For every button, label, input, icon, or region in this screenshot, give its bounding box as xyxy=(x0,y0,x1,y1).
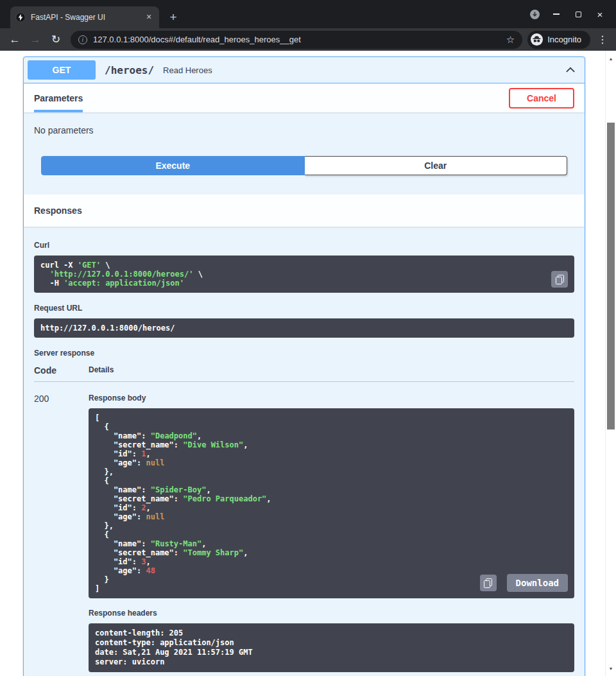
copy-curl-button[interactable] xyxy=(551,271,568,288)
incognito-label: Incognito xyxy=(547,35,581,44)
responses-header: Responses xyxy=(24,195,585,227)
bookmark-star-icon[interactable]: ☆ xyxy=(506,34,515,46)
response-row: 200 Response body [ { "name": "Deadpond"… xyxy=(34,382,574,672)
details-column-header: Details xyxy=(89,365,114,376)
scrollbar-thumb[interactable] xyxy=(607,123,615,429)
copy-response-button[interactable] xyxy=(480,575,497,591)
request-url-block: http://127.0.0.1:8000/heroes/ xyxy=(34,318,574,338)
close-window-icon[interactable]: × xyxy=(589,3,611,25)
browser-navbar: ← → ↻ i 127.0.0.1:8000/docs#/default/rea… xyxy=(0,28,616,51)
scroll-down-icon[interactable]: ▼ xyxy=(606,664,616,673)
method-badge: GET xyxy=(28,60,96,80)
parameters-header: Parameters Cancel xyxy=(24,83,585,112)
reload-button[interactable]: ↻ xyxy=(46,31,65,49)
server-response-label: Server response xyxy=(34,349,574,358)
page-info-icon[interactable]: i xyxy=(78,35,87,44)
browser-tab[interactable]: FastAPI - Swagger UI × xyxy=(10,6,159,28)
scroll-up-icon[interactable]: ▲ xyxy=(606,55,616,64)
cancel-button[interactable]: Cancel xyxy=(509,88,574,108)
parameters-title: Parameters xyxy=(34,83,83,112)
back-button[interactable]: ← xyxy=(5,31,24,49)
page-scrollbar[interactable]: ▲ ▼ xyxy=(605,51,616,676)
tab-close-icon[interactable]: × xyxy=(144,12,154,22)
responses-body: Curl curl -X 'GET' \ 'http://127.0.0.1:8… xyxy=(24,227,585,676)
response-body-block: [ { "name": "Deadpond", "secret_name": "… xyxy=(89,408,574,598)
minimize-button[interactable] xyxy=(545,3,567,25)
opblock-summary-header[interactable]: GET /heroes/ Read Heroes xyxy=(24,57,585,83)
curl-label: Curl xyxy=(34,241,574,250)
response-table-header: Code Details xyxy=(34,365,574,382)
response-headers-label: Response headers xyxy=(89,609,574,618)
response-headers-block: content-length: 205content-type: applica… xyxy=(89,623,574,672)
browser-tabstrip: FastAPI - Swagger UI × + × xyxy=(0,0,616,28)
response-body-actions: Download xyxy=(480,574,568,592)
new-tab-button[interactable]: + xyxy=(164,8,182,26)
download-button[interactable]: Download xyxy=(507,574,568,592)
collapse-chevron-icon[interactable] xyxy=(565,65,576,75)
forward-button[interactable]: → xyxy=(26,31,45,49)
fastapi-favicon-icon xyxy=(15,12,26,22)
execute-button[interactable]: Execute xyxy=(41,156,305,175)
browser-menu-icon[interactable]: ⋮ xyxy=(594,33,611,46)
maximize-button[interactable] xyxy=(567,3,589,25)
request-url-value: http://127.0.0.1:8000/heroes/ xyxy=(40,324,175,333)
window-controls: × xyxy=(524,0,616,28)
browser-window: FastAPI - Swagger UI × + × ← → ↻ i 127.0… xyxy=(0,0,616,676)
tab-title: FastAPI - Swagger UI xyxy=(31,13,139,22)
status-code: 200 xyxy=(34,394,89,672)
url-text: 127.0.0.1:8000/docs#/default/read_heroes… xyxy=(93,35,501,44)
incognito-icon xyxy=(531,33,543,46)
endpoint-summary: Read Heroes xyxy=(163,65,565,75)
parameters-body: No parameters xyxy=(24,112,585,156)
endpoint-path: /heroes/ xyxy=(105,64,154,76)
code-column-header: Code xyxy=(34,365,89,376)
opblock-get-heroes: GET /heroes/ Read Heroes Parameters Canc… xyxy=(23,56,585,676)
curl-command-block: curl -X 'GET' \ 'http://127.0.0.1:8000/h… xyxy=(34,256,574,293)
browser-update-icon[interactable] xyxy=(524,3,545,25)
request-url-label: Request URL xyxy=(34,304,574,313)
url-bar[interactable]: i 127.0.0.1:8000/docs#/default/read_hero… xyxy=(71,31,522,49)
execute-wrapper: Execute Clear xyxy=(24,156,585,189)
incognito-badge: Incognito xyxy=(527,31,590,49)
response-details-cell: Response body [ { "name": "Deadpond", "s… xyxy=(89,394,574,672)
response-body-label: Response body xyxy=(89,394,574,403)
responses-title: Responses xyxy=(34,205,82,216)
clear-button[interactable]: Clear xyxy=(305,156,568,175)
swagger-page: GET /heroes/ Read Heroes Parameters Canc… xyxy=(0,51,616,676)
no-parameters-text: No parameters xyxy=(34,125,574,135)
page-content: GET /heroes/ Read Heroes Parameters Canc… xyxy=(0,51,605,676)
